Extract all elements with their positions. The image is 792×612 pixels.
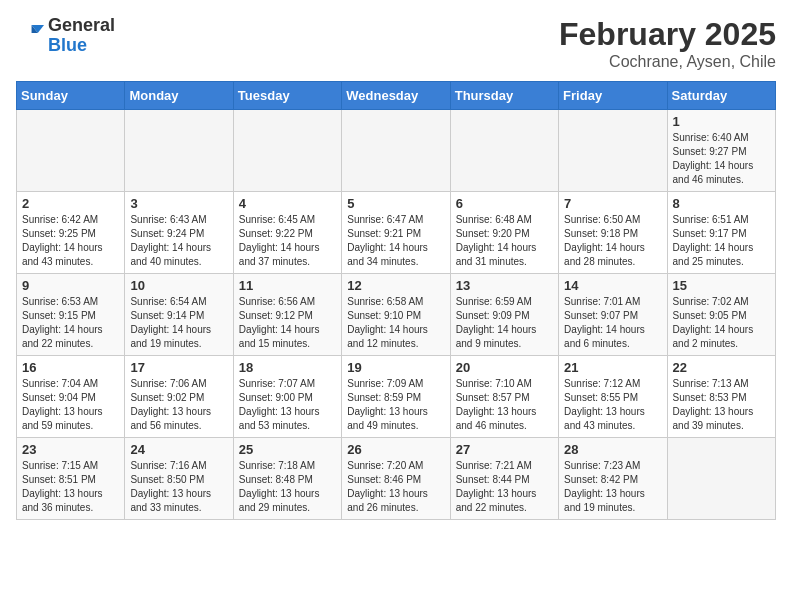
- day-info: Sunrise: 6:47 AM Sunset: 9:21 PM Dayligh…: [347, 213, 444, 269]
- day-number: 7: [564, 196, 661, 211]
- calendar-cell: [17, 110, 125, 192]
- calendar-cell: 22Sunrise: 7:13 AM Sunset: 8:53 PM Dayli…: [667, 356, 775, 438]
- weekday-header-tuesday: Tuesday: [233, 82, 341, 110]
- day-number: 3: [130, 196, 227, 211]
- calendar-cell: 13Sunrise: 6:59 AM Sunset: 9:09 PM Dayli…: [450, 274, 558, 356]
- calendar-week-row: 1Sunrise: 6:40 AM Sunset: 9:27 PM Daylig…: [17, 110, 776, 192]
- day-info: Sunrise: 6:56 AM Sunset: 9:12 PM Dayligh…: [239, 295, 336, 351]
- weekday-header-row: SundayMondayTuesdayWednesdayThursdayFrid…: [17, 82, 776, 110]
- calendar-table: SundayMondayTuesdayWednesdayThursdayFrid…: [16, 81, 776, 520]
- calendar-cell: 2Sunrise: 6:42 AM Sunset: 9:25 PM Daylig…: [17, 192, 125, 274]
- calendar-cell: 21Sunrise: 7:12 AM Sunset: 8:55 PM Dayli…: [559, 356, 667, 438]
- day-number: 14: [564, 278, 661, 293]
- calendar-cell: 19Sunrise: 7:09 AM Sunset: 8:59 PM Dayli…: [342, 356, 450, 438]
- day-number: 27: [456, 442, 553, 457]
- calendar-cell: 4Sunrise: 6:45 AM Sunset: 9:22 PM Daylig…: [233, 192, 341, 274]
- day-info: Sunrise: 7:16 AM Sunset: 8:50 PM Dayligh…: [130, 459, 227, 515]
- calendar-cell: 1Sunrise: 6:40 AM Sunset: 9:27 PM Daylig…: [667, 110, 775, 192]
- day-number: 2: [22, 196, 119, 211]
- calendar-cell: 18Sunrise: 7:07 AM Sunset: 9:00 PM Dayli…: [233, 356, 341, 438]
- calendar-cell: 16Sunrise: 7:04 AM Sunset: 9:04 PM Dayli…: [17, 356, 125, 438]
- day-number: 25: [239, 442, 336, 457]
- day-info: Sunrise: 6:54 AM Sunset: 9:14 PM Dayligh…: [130, 295, 227, 351]
- day-info: Sunrise: 6:43 AM Sunset: 9:24 PM Dayligh…: [130, 213, 227, 269]
- calendar-cell: 11Sunrise: 6:56 AM Sunset: 9:12 PM Dayli…: [233, 274, 341, 356]
- day-number: 18: [239, 360, 336, 375]
- calendar-cell: 14Sunrise: 7:01 AM Sunset: 9:07 PM Dayli…: [559, 274, 667, 356]
- calendar-cell: [559, 110, 667, 192]
- day-number: 28: [564, 442, 661, 457]
- day-info: Sunrise: 6:42 AM Sunset: 9:25 PM Dayligh…: [22, 213, 119, 269]
- calendar-cell: 3Sunrise: 6:43 AM Sunset: 9:24 PM Daylig…: [125, 192, 233, 274]
- day-info: Sunrise: 7:20 AM Sunset: 8:46 PM Dayligh…: [347, 459, 444, 515]
- day-number: 9: [22, 278, 119, 293]
- day-number: 22: [673, 360, 770, 375]
- day-number: 8: [673, 196, 770, 211]
- day-number: 11: [239, 278, 336, 293]
- calendar-cell: 17Sunrise: 7:06 AM Sunset: 9:02 PM Dayli…: [125, 356, 233, 438]
- calendar-week-row: 23Sunrise: 7:15 AM Sunset: 8:51 PM Dayli…: [17, 438, 776, 520]
- calendar-cell: 7Sunrise: 6:50 AM Sunset: 9:18 PM Daylig…: [559, 192, 667, 274]
- day-info: Sunrise: 7:21 AM Sunset: 8:44 PM Dayligh…: [456, 459, 553, 515]
- day-number: 16: [22, 360, 119, 375]
- calendar-cell: [667, 438, 775, 520]
- day-info: Sunrise: 7:13 AM Sunset: 8:53 PM Dayligh…: [673, 377, 770, 433]
- logo-icon: [16, 22, 44, 50]
- calendar-cell: [450, 110, 558, 192]
- day-number: 13: [456, 278, 553, 293]
- calendar-cell: [342, 110, 450, 192]
- calendar-cell: 26Sunrise: 7:20 AM Sunset: 8:46 PM Dayli…: [342, 438, 450, 520]
- day-number: 19: [347, 360, 444, 375]
- day-info: Sunrise: 7:18 AM Sunset: 8:48 PM Dayligh…: [239, 459, 336, 515]
- day-info: Sunrise: 7:15 AM Sunset: 8:51 PM Dayligh…: [22, 459, 119, 515]
- calendar-title: February 2025: [559, 16, 776, 53]
- day-info: Sunrise: 6:40 AM Sunset: 9:27 PM Dayligh…: [673, 131, 770, 187]
- day-number: 1: [673, 114, 770, 129]
- weekday-header-thursday: Thursday: [450, 82, 558, 110]
- day-number: 10: [130, 278, 227, 293]
- logo-general-text: General: [48, 15, 115, 35]
- calendar-cell: 6Sunrise: 6:48 AM Sunset: 9:20 PM Daylig…: [450, 192, 558, 274]
- day-number: 26: [347, 442, 444, 457]
- day-info: Sunrise: 7:12 AM Sunset: 8:55 PM Dayligh…: [564, 377, 661, 433]
- weekday-header-monday: Monday: [125, 82, 233, 110]
- day-number: 20: [456, 360, 553, 375]
- day-info: Sunrise: 6:51 AM Sunset: 9:17 PM Dayligh…: [673, 213, 770, 269]
- weekday-header-sunday: Sunday: [17, 82, 125, 110]
- day-info: Sunrise: 7:10 AM Sunset: 8:57 PM Dayligh…: [456, 377, 553, 433]
- day-info: Sunrise: 6:59 AM Sunset: 9:09 PM Dayligh…: [456, 295, 553, 351]
- page-header: General Blue February 2025 Cochrane, Ays…: [16, 16, 776, 71]
- day-info: Sunrise: 7:23 AM Sunset: 8:42 PM Dayligh…: [564, 459, 661, 515]
- day-info: Sunrise: 7:04 AM Sunset: 9:04 PM Dayligh…: [22, 377, 119, 433]
- day-info: Sunrise: 7:09 AM Sunset: 8:59 PM Dayligh…: [347, 377, 444, 433]
- day-number: 15: [673, 278, 770, 293]
- day-number: 21: [564, 360, 661, 375]
- day-info: Sunrise: 6:45 AM Sunset: 9:22 PM Dayligh…: [239, 213, 336, 269]
- logo-blue-text: Blue: [48, 35, 87, 55]
- weekday-header-friday: Friday: [559, 82, 667, 110]
- logo: General Blue: [16, 16, 115, 56]
- day-info: Sunrise: 6:53 AM Sunset: 9:15 PM Dayligh…: [22, 295, 119, 351]
- day-info: Sunrise: 6:58 AM Sunset: 9:10 PM Dayligh…: [347, 295, 444, 351]
- day-info: Sunrise: 6:48 AM Sunset: 9:20 PM Dayligh…: [456, 213, 553, 269]
- title-block: February 2025 Cochrane, Aysen, Chile: [559, 16, 776, 71]
- calendar-cell: 8Sunrise: 6:51 AM Sunset: 9:17 PM Daylig…: [667, 192, 775, 274]
- calendar-cell: [125, 110, 233, 192]
- day-info: Sunrise: 7:02 AM Sunset: 9:05 PM Dayligh…: [673, 295, 770, 351]
- day-number: 5: [347, 196, 444, 211]
- day-number: 23: [22, 442, 119, 457]
- day-number: 6: [456, 196, 553, 211]
- day-info: Sunrise: 7:01 AM Sunset: 9:07 PM Dayligh…: [564, 295, 661, 351]
- calendar-cell: 23Sunrise: 7:15 AM Sunset: 8:51 PM Dayli…: [17, 438, 125, 520]
- day-info: Sunrise: 6:50 AM Sunset: 9:18 PM Dayligh…: [564, 213, 661, 269]
- calendar-cell: 10Sunrise: 6:54 AM Sunset: 9:14 PM Dayli…: [125, 274, 233, 356]
- calendar-cell: 28Sunrise: 7:23 AM Sunset: 8:42 PM Dayli…: [559, 438, 667, 520]
- calendar-cell: 25Sunrise: 7:18 AM Sunset: 8:48 PM Dayli…: [233, 438, 341, 520]
- calendar-week-row: 9Sunrise: 6:53 AM Sunset: 9:15 PM Daylig…: [17, 274, 776, 356]
- calendar-week-row: 16Sunrise: 7:04 AM Sunset: 9:04 PM Dayli…: [17, 356, 776, 438]
- weekday-header-saturday: Saturday: [667, 82, 775, 110]
- calendar-cell: 5Sunrise: 6:47 AM Sunset: 9:21 PM Daylig…: [342, 192, 450, 274]
- calendar-week-row: 2Sunrise: 6:42 AM Sunset: 9:25 PM Daylig…: [17, 192, 776, 274]
- calendar-subtitle: Cochrane, Aysen, Chile: [559, 53, 776, 71]
- day-number: 12: [347, 278, 444, 293]
